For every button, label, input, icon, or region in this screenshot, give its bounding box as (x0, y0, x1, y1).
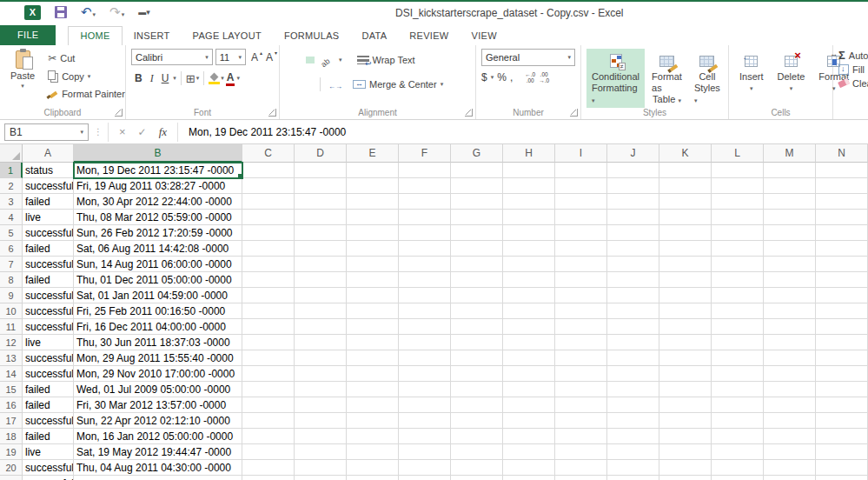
cell-d19[interactable] (295, 444, 347, 460)
borders-caret-icon[interactable]: ▾ (196, 75, 200, 82)
delete-caret-icon[interactable]: ▾ (790, 83, 793, 94)
cell-i3[interactable] (555, 194, 607, 210)
cell-a11[interactable]: successful (23, 319, 74, 335)
cell-i1[interactable] (555, 163, 607, 178)
cell-l21[interactable] (712, 476, 764, 480)
increase-indent-button[interactable] (336, 81, 345, 88)
cell-n1[interactable] (816, 163, 868, 178)
cell-i6[interactable] (555, 241, 607, 257)
cell-g1[interactable] (451, 163, 503, 178)
cell-n20[interactable] (816, 460, 868, 476)
cell-l18[interactable] (712, 429, 764, 444)
cell-f8[interactable] (399, 272, 451, 288)
cell-l1[interactable] (712, 163, 764, 178)
cell-f2[interactable] (399, 178, 451, 194)
cell-l4[interactable] (712, 210, 764, 225)
cell-e15[interactable] (347, 382, 399, 397)
cell-i14[interactable] (555, 366, 607, 382)
cell-e16[interactable] (347, 397, 399, 413)
cell-g10[interactable] (451, 303, 503, 319)
column-header-m[interactable]: M (764, 144, 816, 163)
cell-j21[interactable] (607, 476, 659, 480)
cancel-entry-icon[interactable]: × (119, 125, 126, 138)
align-left-button[interactable] (285, 81, 294, 88)
cell-d14[interactable] (295, 366, 347, 382)
clipboard-dialog-launcher-icon[interactable] (115, 109, 123, 117)
cell-k21[interactable] (659, 476, 712, 480)
cell-d10[interactable] (295, 303, 347, 319)
conditional-formatting-button[interactable]: Conditional Formatting ▾ (586, 49, 645, 108)
autosum-button[interactable]: AutoSum (838, 49, 868, 62)
cell-g18[interactable] (451, 429, 503, 444)
cell-e4[interactable] (347, 210, 399, 225)
cell-e19[interactable] (347, 444, 399, 460)
tab-page-layout[interactable]: PAGE LAYOUT (182, 27, 273, 45)
cell-h13[interactable] (503, 350, 555, 366)
cell-h15[interactable] (503, 382, 555, 397)
merge-center-button[interactable]: Merge & Center▾ (350, 77, 446, 91)
cell-d12[interactable] (295, 335, 347, 350)
cell-n19[interactable] (816, 444, 868, 460)
cell-k17[interactable] (659, 413, 712, 429)
cell-c17[interactable] (242, 413, 295, 429)
save-icon[interactable] (55, 6, 67, 18)
cell-h4[interactable] (503, 210, 555, 225)
cell-j18[interactable] (607, 429, 659, 444)
cell-e11[interactable] (347, 319, 399, 335)
cell-m9[interactable] (764, 288, 816, 303)
cell-m10[interactable] (764, 303, 816, 319)
cell-n5[interactable] (816, 225, 868, 241)
font-size-caret-icon[interactable]: ▾ (238, 54, 242, 61)
cell-m17[interactable] (764, 413, 816, 429)
cell-g8[interactable] (451, 272, 503, 288)
cell-c10[interactable] (242, 303, 295, 319)
cell-a7[interactable]: successful (23, 257, 74, 272)
cell-f6[interactable] (399, 241, 451, 257)
cell-e10[interactable] (347, 303, 399, 319)
cell-n16[interactable] (816, 397, 868, 413)
cell-i2[interactable] (555, 178, 607, 194)
row-header-11[interactable]: 11 (0, 319, 23, 335)
cell-e13[interactable] (347, 350, 399, 366)
cell-l10[interactable] (712, 303, 764, 319)
name-box[interactable]: B1▾ (4, 123, 89, 141)
column-header-a[interactable]: A (23, 144, 74, 163)
cell-i13[interactable] (555, 350, 607, 366)
cell-k5[interactable] (659, 225, 712, 241)
column-header-k[interactable]: K (659, 144, 712, 163)
cell-b17[interactable]: Sun, 22 Apr 2012 02:12:10 -0000 (74, 413, 242, 429)
percent-button[interactable]: % (497, 71, 507, 83)
cell-h19[interactable] (503, 444, 555, 460)
tab-data[interactable]: DATA (350, 27, 398, 45)
cell-a6[interactable]: failed (23, 241, 74, 257)
cell-l19[interactable] (712, 444, 764, 460)
tab-insert[interactable]: INSERT (123, 27, 182, 45)
cell-l5[interactable] (712, 225, 764, 241)
row-header-8[interactable]: 8 (0, 272, 23, 288)
cell-c12[interactable] (242, 335, 295, 350)
cell-a15[interactable]: failed (23, 382, 74, 397)
cell-f19[interactable] (399, 444, 451, 460)
cell-j1[interactable] (607, 163, 659, 178)
cell-a3[interactable]: failed (23, 194, 74, 210)
cell-e2[interactable] (347, 178, 399, 194)
cell-j17[interactable] (607, 413, 659, 429)
tab-file[interactable]: FILE (0, 25, 56, 45)
cell-l8[interactable] (712, 272, 764, 288)
cell-b10[interactable]: Fri, 25 Feb 2011 00:16:50 -0000 (74, 303, 242, 319)
undo-caret-icon[interactable]: ▾ (93, 11, 96, 17)
cell-b2[interactable]: Fri, 19 Aug 2011 03:28:27 -0000 (74, 178, 242, 194)
cell-h3[interactable] (503, 194, 555, 210)
column-header-b[interactable]: B (74, 144, 242, 163)
cell-k9[interactable] (659, 288, 712, 303)
decrease-indent-button[interactable] (326, 81, 335, 88)
cell-i17[interactable] (555, 413, 607, 429)
cell-g15[interactable] (451, 382, 503, 397)
cell-j2[interactable] (607, 178, 659, 194)
cell-d20[interactable] (295, 460, 347, 476)
insert-cells-button[interactable]: Insert ▾ (734, 49, 769, 105)
cell-h18[interactable] (503, 429, 555, 444)
cell-f3[interactable] (399, 194, 451, 210)
column-header-g[interactable]: G (451, 144, 503, 163)
cell-f4[interactable] (399, 210, 451, 225)
